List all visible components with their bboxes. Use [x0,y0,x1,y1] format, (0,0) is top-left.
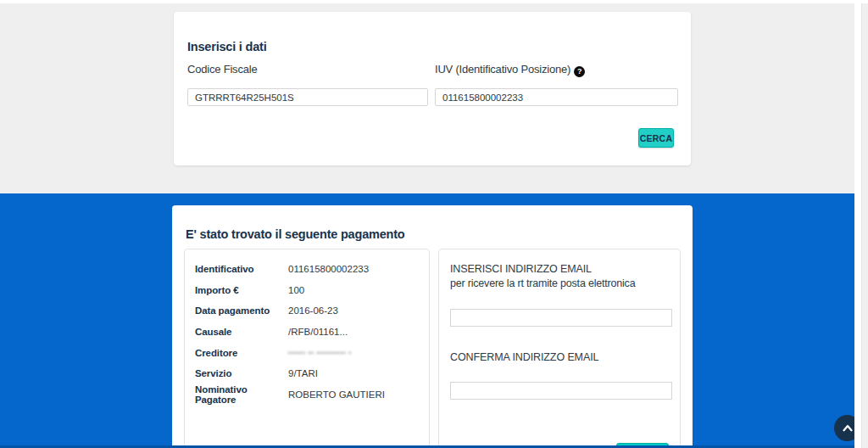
detail-key: Importo € [195,285,288,295]
help-icon[interactable]: ? [574,66,585,77]
detail-row-importo: Importo € 100 [195,280,419,301]
detail-value: 9/TARI [288,368,318,378]
search-section-background: Inserisci i dati Codice Fiscale IUV (Ide… [0,3,854,193]
detail-key: Servizio [195,368,288,378]
detail-value: 2016-06-23 [288,305,338,316]
detail-row-data-pagamento: Data pagamento 2016-06-23 [195,300,419,322]
detail-key: Data pagamento [195,305,288,316]
page: Inserisci i dati Codice Fiscale IUV (Ide… [0,0,868,448]
top-strip [0,0,868,3]
detail-row-causale: Causale /RFB/01161... [195,322,419,343]
result-card-title: E' stato trovato il seguente pagamento [186,227,405,241]
payment-details-panel: Identificativo 011615800002233 Importo €… [184,249,430,448]
codice-fiscale-label: Codice Fiscale [187,63,257,76]
chevron-up-icon [840,421,855,436]
insert-email-label: INSERISCI INDIRIZZO EMAIL [450,263,592,275]
page-right-gutter [854,0,861,448]
detail-key: Creditore [195,348,288,358]
detail-row-servizio: Servizio 9/TARI [195,363,419,384]
iuv-label: IUV (Identificativo Posizione)? [435,63,585,77]
detail-value: 011615800002233 [288,264,369,274]
detail-value: ROBERTO GAUTIERI [288,389,385,400]
detail-value: 100 [288,285,304,295]
email-input[interactable] [450,309,672,327]
result-section-background: E' stato trovato il seguente pagamento I… [0,193,854,448]
confirm-email-label: CONFERMA INDIRIZZO EMAIL [450,351,598,363]
result-card: E' stato trovato il seguente pagamento I… [172,205,693,448]
search-card: Inserisci i dati Codice Fiscale IUV (Ide… [174,12,691,165]
insert-email-subtitle: per ricevere la rt tramite posta elettro… [450,277,635,289]
cerca-button[interactable]: CERCA [638,128,674,148]
email-panel: INSERISCI INDIRIZZO EMAIL per ricevere l… [438,249,681,448]
detail-row-nominativo: Nominativo Pagatore ROBERTO GAUTIERI [195,384,419,406]
confirm-email-input[interactable] [450,382,672,400]
detail-key: Causale [195,327,288,337]
detail-value-redacted: ▪▪▪▪▪▪ ▪▪ ▪▪▪▪▪▪▪▪▪▪ ▪ [288,350,352,356]
search-card-title: Inserisci i dati [187,40,267,53]
codice-fiscale-input[interactable] [187,88,428,106]
detail-value: /RFB/01161... [288,327,348,337]
detail-row-creditore: Creditore ▪▪▪▪▪▪ ▪▪ ▪▪▪▪▪▪▪▪▪▪ ▪ [195,342,419,363]
detail-row-identificativo: Identificativo 011615800002233 [195,259,419,280]
scrollbar-track[interactable] [861,3,868,448]
detail-key: Identificativo [195,264,288,274]
iuv-input[interactable] [435,88,678,106]
detail-key: Nominativo Pagatore [195,384,288,405]
